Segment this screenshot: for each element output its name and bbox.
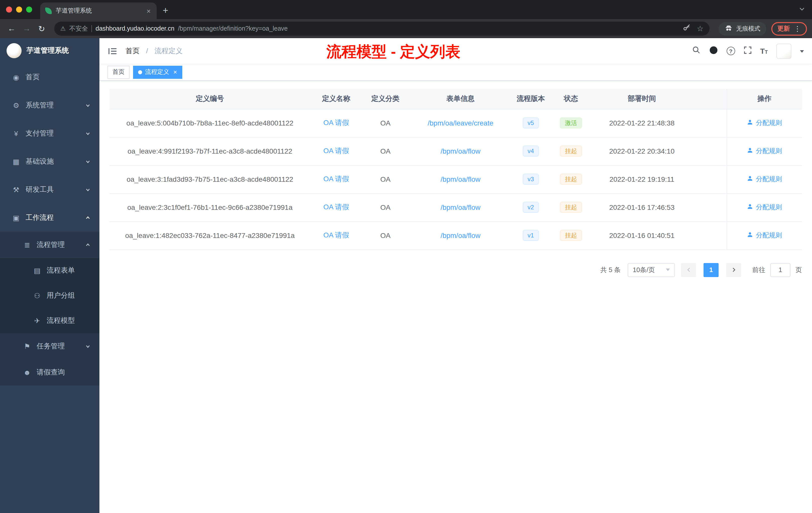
form-info-link[interactable]: /bpm/oa/leave/create [428, 119, 493, 127]
current-page-button[interactable]: 1 [703, 263, 719, 277]
form-info-link[interactable]: /bpm/oa/flow [441, 147, 481, 155]
assign-rule-link[interactable]: 分配规则 [747, 147, 782, 156]
new-tab-button[interactable]: + [163, 5, 168, 16]
table-row: oa_leave:5:004b710b-7b8a-11ec-8ef0-acde4… [110, 109, 802, 137]
help-icon[interactable]: ? [726, 47, 735, 55]
definition-id: oa_leave:2:3c1f0ef1-76b1-11ec-9c66-a2380… [110, 193, 310, 221]
bookmark-star-icon[interactable]: ☆ [697, 24, 703, 33]
user-group-icon: ⚇ [32, 292, 42, 300]
page-content: 定义编号定义名称定义分类表单信息流程版本状态部署时间操作 oa_leave:5:… [99, 81, 812, 513]
breadcrumb-home[interactable]: 首页 [125, 47, 140, 55]
font-size-icon[interactable]: TT [760, 47, 768, 55]
sidebar-item[interactable]: ▦基础设施 [0, 148, 99, 176]
url-host: dashboard.yudao.iocoder.cn [96, 25, 174, 32]
incognito-badge: 无痕模式 [719, 22, 766, 35]
sidebar-item[interactable]: ⚑任务管理 [0, 333, 99, 359]
sidebar-item[interactable]: ◉首页 [0, 63, 99, 91]
workflow-icon: ▣ [11, 214, 21, 222]
search-icon[interactable] [692, 46, 700, 56]
window-close-button[interactable] [6, 6, 12, 12]
user-icon [747, 119, 754, 127]
deploy-time: 2022-01-16 01:40:51 [592, 221, 727, 249]
user-icon [747, 147, 754, 155]
sidebar-item[interactable]: ¥支付管理 [0, 119, 99, 148]
sidebar-brand: 芋道管理系统 [0, 38, 99, 63]
avatar-dropdown-caret-icon[interactable] [800, 50, 804, 55]
address-bar[interactable]: ⚠ 不安全 dashboard.yudao.iocoder.cn/bpm/man… [54, 22, 709, 36]
sidebar-item-label: 请假查询 [37, 368, 65, 377]
chevron-down-icon [85, 131, 90, 136]
payment-icon: ¥ [11, 129, 21, 138]
tag-active[interactable]: 流程定义× [133, 65, 182, 79]
browser-update-button[interactable]: 更新 ⋮ [771, 22, 807, 35]
goto-label: 前往 [752, 265, 765, 274]
page-size-select[interactable]: 10条/页 [628, 263, 675, 277]
prev-page-button[interactable] [681, 263, 696, 277]
favicon [45, 7, 52, 14]
sidebar-item-label: 研发工具 [26, 185, 54, 194]
home-icon: ◉ [11, 73, 21, 81]
status-badge: 挂起 [560, 202, 582, 213]
user-avatar[interactable] [776, 43, 791, 58]
definition-name-link[interactable]: OA 请假 [323, 203, 349, 211]
goto-page-input[interactable] [770, 263, 790, 277]
column-header: 状态 [549, 89, 592, 109]
tab-close-icon[interactable]: × [146, 7, 152, 15]
definition-id: oa_leave:1:482ec033-762a-11ec-8477-a2380… [110, 221, 310, 249]
goto-unit-label: 页 [795, 265, 802, 274]
definition-id: oa_leave:4:991f2193-7b7f-11ec-a3c8-acde4… [110, 137, 310, 165]
browser-menu-kebab-icon[interactable]: ⋮ [794, 25, 801, 33]
incognito-label: 无痕模式 [736, 24, 760, 33]
sidebar-item[interactable]: ▤流程表单 [0, 258, 99, 283]
form-info-link[interactable]: /bpm/oa/flow [441, 203, 481, 211]
infrastructure-icon: ▦ [11, 158, 21, 165]
version-badge: v3 [522, 174, 539, 185]
definition-name-link[interactable]: OA 请假 [323, 231, 349, 239]
back-button[interactable]: ← [5, 24, 18, 33]
version-badge: v1 [522, 230, 539, 241]
sidebar-item[interactable]: ⚒研发工具 [0, 176, 99, 204]
assign-rule-link[interactable]: 分配规则 [747, 231, 782, 240]
column-header: 流程版本 [512, 89, 549, 109]
definition-category: OA [362, 165, 409, 193]
tag-close-icon[interactable]: × [173, 68, 177, 76]
process-model-icon: ✈ [32, 317, 42, 325]
form-info-link[interactable]: /bpm/oa/flow [441, 175, 481, 183]
sidebar-menu: ◉首页⚙系统管理¥支付管理▦基础设施⚒研发工具▣工作流程≣流程管理▤流程表单⚇用… [0, 63, 99, 386]
sidebar-item[interactable]: ≣流程管理 [0, 232, 99, 258]
brand-title: 芋道管理系统 [27, 46, 69, 55]
assign-rule-link[interactable]: 分配规则 [747, 118, 782, 127]
reload-button[interactable]: ↻ [35, 24, 48, 33]
github-icon[interactable] [709, 46, 718, 57]
password-key-icon[interactable] [682, 24, 691, 34]
sidebar-item[interactable]: ⚙系统管理 [0, 91, 99, 119]
table-row: oa_leave:3:1fad3d93-7b75-11ec-a3c8-acde4… [110, 165, 802, 193]
definition-name-link[interactable]: OA 请假 [323, 118, 349, 126]
sidebar-item[interactable]: ▣工作流程 [0, 204, 99, 232]
user-icon [747, 175, 754, 183]
definition-category: OA [362, 221, 409, 249]
window-minimize-button[interactable] [16, 6, 22, 12]
definition-name-link[interactable]: OA 请假 [323, 175, 349, 183]
sidebar-item[interactable]: ☻请假查询 [0, 359, 99, 386]
process-form-icon: ▤ [32, 267, 42, 275]
sidebar-item[interactable]: ✈流程模型 [0, 308, 99, 333]
assign-rule-link[interactable]: 分配规则 [747, 203, 782, 212]
definition-name-link[interactable]: OA 请假 [323, 147, 349, 155]
assign-rule-link[interactable]: 分配规则 [747, 175, 782, 184]
sidebar-item[interactable]: ⚇用户分组 [0, 283, 99, 308]
devtools-icon: ⚒ [11, 186, 21, 194]
forward-button[interactable]: → [20, 24, 33, 33]
window-zoom-button[interactable] [26, 6, 32, 12]
page-annotation: 流程模型 - 定义列表 [326, 42, 460, 62]
definition-id: oa_leave:5:004b710b-7b8a-11ec-8ef0-acde4… [110, 109, 310, 137]
browser-tab[interactable]: 芋道管理系统 × [40, 2, 157, 19]
sidebar-toggle-icon[interactable] [108, 46, 117, 56]
tab-search-chevron-icon[interactable] [799, 5, 805, 14]
fullscreen-icon[interactable] [744, 46, 752, 56]
form-info-link[interactable]: /bpm/oa/flow [441, 232, 481, 239]
sidebar-item-label: 流程表单 [47, 266, 75, 275]
gear-icon: ⚙ [11, 101, 21, 110]
next-page-button[interactable] [726, 263, 741, 277]
tag-item[interactable]: 首页 [108, 65, 129, 79]
